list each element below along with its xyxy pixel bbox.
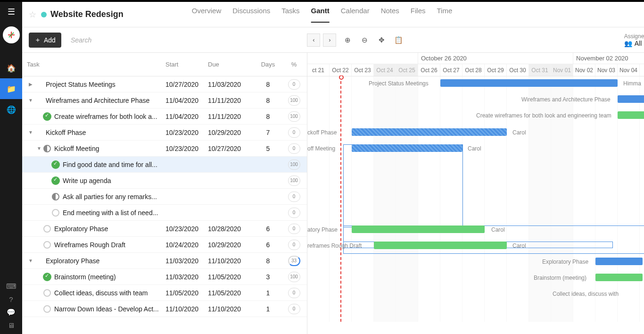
folder-icon[interactable]: 📁 [0, 78, 22, 99]
gantt-bar[interactable] [595, 274, 643, 281]
task-row[interactable]: Brainstorm (meeting)11/03/202011/05/2020… [22, 269, 307, 285]
task-row[interactable]: Narrow Down Ideas - Develop Act...11/10/… [22, 301, 307, 317]
check-empty-icon[interactable] [43, 305, 51, 313]
gantt-bar[interactable] [352, 128, 507, 136]
tab-calendar[interactable]: Calendar [341, 7, 370, 23]
gantt-bar[interactable] [595, 258, 643, 265]
calendar-icon[interactable]: 📋 [393, 34, 404, 46]
check-empty-icon[interactable] [43, 241, 51, 249]
zoom-in-icon[interactable]: ⊕ [342, 34, 353, 46]
pct-badge: 0 [288, 192, 300, 202]
timeline-day[interactable]: Oct 30 [507, 64, 529, 76]
chat-icon[interactable]: 💬 [7, 308, 16, 317]
assigned-filter[interactable]: 👥All [624, 40, 644, 47]
gantt-bar[interactable] [618, 111, 644, 119]
search-input[interactable] [71, 36, 281, 44]
timeline-day[interactable]: Nov 02 [573, 64, 595, 76]
check-empty-icon[interactable] [43, 225, 51, 233]
timeline-day[interactable]: Nov 03 [595, 64, 618, 76]
task-start: 11/04/2020 [165, 97, 208, 104]
col-task-header[interactable]: Task [27, 61, 165, 68]
task-row[interactable]: ▼Exploratory Phase11/03/202011/10/202083… [22, 253, 307, 269]
keyboard-icon[interactable]: ⌨ [6, 282, 17, 291]
check-half-icon[interactable] [43, 145, 51, 152]
col-pct-header[interactable]: % [281, 61, 307, 68]
task-name: Exploratory Phase [54, 225, 165, 233]
gantt-bar[interactable] [352, 144, 462, 152]
col-days-header[interactable]: Days [255, 61, 281, 68]
timeline-day[interactable]: Nov 01 [551, 64, 573, 76]
gantt-toolbar: ＋Add ‹ › ⊕ ⊖ ✥ 📋 Assigned: 👥All View tas… [22, 27, 644, 53]
globe-icon[interactable]: 🌐 [0, 99, 22, 120]
task-row[interactable]: Wireframes Rough Draft10/24/202010/29/20… [22, 237, 307, 253]
col-due-header[interactable]: Due [208, 61, 255, 68]
timeline-day[interactable]: ct 21 [307, 64, 330, 76]
home-icon[interactable]: 🏠 [0, 58, 22, 78]
timeline-day[interactable]: Oct 28 [462, 64, 485, 76]
check-half-icon[interactable] [52, 193, 59, 200]
tab-tasks[interactable]: Tasks [281, 7, 299, 23]
tab-gantt[interactable]: Gantt [311, 7, 330, 23]
gantt-bar[interactable] [618, 95, 644, 103]
check-done-icon [43, 273, 51, 281]
task-row[interactable]: ▼Kickoff Phase10/23/202010/29/202070 [22, 125, 307, 141]
next-button[interactable]: › [323, 33, 336, 47]
check-empty-icon[interactable] [52, 209, 59, 217]
tab-overview[interactable]: Overview [192, 7, 222, 23]
menu-icon[interactable]: ☰ [8, 7, 15, 17]
chevron-icon[interactable]: ▼ [35, 146, 43, 151]
tab-discussions[interactable]: Discussions [232, 7, 270, 23]
timeline-day[interactable]: Oct 24 [374, 64, 396, 76]
task-row[interactable]: Exploratory Phase10/23/202010/28/202060 [22, 221, 307, 237]
zoom-out-icon[interactable]: ⊖ [359, 34, 370, 46]
task-due: 11/03/2020 [208, 81, 255, 88]
help-icon[interactable]: ? [9, 295, 13, 303]
monitor-icon[interactable]: 🖥 [8, 321, 15, 329]
timeline-day[interactable]: Oct 26 [418, 64, 440, 76]
gantt-bar[interactable] [440, 79, 618, 87]
timeline-day[interactable]: Oct 25 [396, 64, 418, 76]
prev-button[interactable]: ‹ [307, 33, 320, 47]
task-row[interactable]: End meeting with a list of need...0 [22, 205, 307, 221]
tab-time[interactable]: Time [437, 7, 453, 23]
task-row[interactable]: Create wireframes for both look a...11/0… [22, 109, 307, 125]
dependency-line [343, 144, 463, 227]
chevron-icon[interactable]: ▼ [27, 130, 34, 135]
gantt-bar[interactable] [352, 225, 485, 233]
timeline-day[interactable]: Oct 31 [529, 64, 551, 76]
pct-badge: 100 [288, 175, 300, 186]
new-button[interactable] [3, 26, 20, 43]
task-days: 6 [255, 225, 281, 233]
add-button[interactable]: ＋Add [29, 33, 61, 48]
task-name: Brainstorm (meeting) [54, 273, 165, 281]
task-row[interactable]: Find good date and time for all...100 [22, 157, 307, 173]
tab-notes[interactable]: Notes [381, 7, 399, 23]
pct-badge: 0 [288, 127, 300, 138]
svg-point-0 [339, 75, 343, 79]
gantt-bar[interactable] [374, 242, 507, 249]
chevron-icon[interactable]: ▼ [27, 98, 34, 103]
task-row[interactable]: ▶Project Status Meetings10/27/202011/03/… [22, 76, 307, 92]
pct-badge: 100 [288, 111, 300, 122]
task-start: 11/03/2020 [165, 273, 208, 281]
tab-files[interactable]: Files [411, 7, 426, 23]
timeline-day[interactable]: Nov 04 [618, 64, 640, 76]
task-row[interactable]: Write up agenda100 [22, 173, 307, 189]
task-row[interactable]: ▼Kickoff Meeting10/23/202010/27/202050 [22, 141, 307, 157]
fit-icon[interactable]: ✥ [376, 34, 387, 46]
chevron-icon[interactable]: ▼ [27, 258, 34, 263]
col-start-header[interactable]: Start [165, 61, 208, 68]
task-name: End meeting with a list of need... [63, 209, 165, 217]
timeline-day[interactable]: Oct 27 [440, 64, 462, 76]
task-start: 11/04/2020 [165, 113, 208, 120]
task-row[interactable]: ▼Wireframes and Architecture Phase11/04/… [22, 92, 307, 109]
task-row[interactable]: Ask all parties for any remarks...0 [22, 189, 307, 205]
star-icon[interactable]: ☆ [29, 9, 36, 20]
check-empty-icon[interactable] [43, 289, 51, 297]
chevron-icon[interactable]: ▶ [27, 82, 34, 87]
page-header: ☆ Website Redesign OverviewDiscussionsTa… [22, 2, 644, 27]
task-row[interactable]: Collect ideas, discuss with team11/05/20… [22, 285, 307, 301]
timeline-day[interactable]: Oct 29 [485, 64, 507, 76]
timeline-day[interactable]: Oct 23 [352, 64, 374, 76]
check-done-icon [51, 160, 60, 169]
